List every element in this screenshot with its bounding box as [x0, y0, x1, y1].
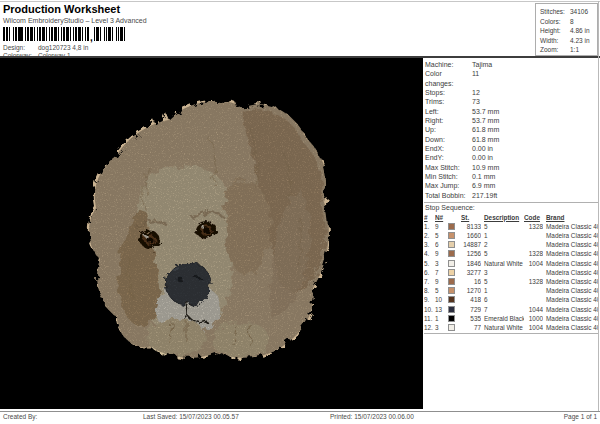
stop-cell-desc: Natural White — [481, 259, 524, 268]
stop-cell-st: 1846 — [461, 259, 481, 268]
stop-sequence-row: 8.512701Madeira Classic 40 — [424, 286, 598, 295]
thread-color-swatch — [448, 241, 455, 248]
machine-label: Max Jump: — [425, 181, 472, 190]
stop-cell-n: 10 — [435, 295, 448, 304]
stop-cell-code: 1328 — [524, 277, 543, 286]
stop-cell-code — [524, 295, 543, 304]
stop-cell-swatch — [448, 259, 461, 268]
stop-cell-swatch — [448, 286, 461, 295]
stop-cell-code: 1328 — [524, 249, 543, 258]
stop-cell-swatch — [448, 240, 461, 249]
machine-row: Stops:12 — [425, 88, 598, 97]
stop-cell-st: 14887 — [461, 240, 481, 249]
stop-sequence-table: # N# St. Description Code Brand 1.981335… — [424, 213, 598, 333]
stop-sequence-row: 5.31846Natural White1004Madeira Classic … — [424, 259, 598, 268]
stop-cell-desc: 5 — [481, 222, 524, 231]
stop-cell-n: 1 — [435, 314, 448, 323]
machine-row: Total Bobbin:217.19ft — [425, 191, 598, 200]
stop-cell-n: 3 — [435, 259, 448, 268]
stat-row: Zoom:1:1 — [540, 45, 597, 55]
stat-value: 4.86 in — [570, 26, 590, 36]
machine-label: EndY: — [425, 153, 472, 162]
stop-cell-n: 5 — [435, 286, 448, 295]
stop-sequence-row: 7.91651328Madeira Classic 40 — [424, 277, 598, 286]
design-label: Design: — [3, 44, 38, 51]
thread-color-swatch — [448, 250, 455, 257]
machine-label: Color changes: — [425, 69, 472, 88]
machine-row: Max Jump:6.9 mm — [425, 181, 598, 190]
stop-cell-st: 3277 — [461, 268, 481, 277]
stop-cell-brand: Madeira Classic 40 — [543, 222, 598, 231]
stop-sequence-row: 11.1535Emerald Black1000Madeira Classic … — [424, 314, 598, 323]
stop-sequence-row: 3.6148872Madeira Classic 40 — [424, 240, 598, 249]
thread-color-swatch — [448, 269, 455, 276]
machine-row: EndY:0.00 in — [425, 153, 598, 162]
footer-page-number: Page 1 of 1 — [564, 413, 597, 420]
dog-embroidery-artwork — [0, 58, 423, 409]
stop-cell-code: 1004 — [524, 323, 543, 332]
machine-value: 11 — [472, 69, 479, 88]
machine-label: Total Bobbin: — [425, 191, 472, 200]
stop-cell-code — [524, 268, 543, 277]
stop-cell-st: 535 — [461, 314, 481, 323]
stat-label: Colors: — [540, 17, 570, 27]
stat-row: Height:4.86 in — [540, 26, 597, 36]
stop-cell-swatch — [448, 277, 461, 286]
page-title: Production Worksheet — [3, 3, 120, 15]
stat-value: 34106 — [570, 7, 588, 17]
stop-cell-code: 1004 — [524, 259, 543, 268]
stop-cell-st: 418 — [461, 295, 481, 304]
machine-value: 0.1 mm — [472, 172, 495, 181]
stop-sequence-row: 4.9125651328Madeira Classic 40 — [424, 249, 598, 258]
col-header-code: Code — [524, 213, 543, 222]
stop-cell-swatch — [448, 314, 461, 323]
stop-cell-desc: 5 — [481, 249, 524, 258]
stat-row: Width:4.23 in — [540, 36, 597, 46]
machine-label: Left: — [425, 107, 472, 116]
page-right-border — [598, 1, 599, 411]
app-subtitle: Wilcom EmbroideryStudio – Level 3 Advanc… — [3, 17, 147, 24]
stop-cell-code — [524, 286, 543, 295]
machine-row: Trims:73 — [425, 97, 598, 106]
machine-row: Max Stitch:10.9 mm — [425, 163, 598, 172]
thread-color-swatch — [448, 296, 455, 303]
stop-cell-n: 6 — [435, 240, 448, 249]
design-barcode: , — [3, 27, 126, 41]
stop-sequence-row: 10.1372971044Madeira Classic 40 — [424, 305, 598, 314]
stop-sequence-header-row: # N# St. Description Code Brand — [424, 213, 598, 222]
stop-cell-desc: Natural White — [481, 323, 524, 332]
stop-cell-desc: Emerald Black — [481, 314, 524, 323]
stop-cell-code — [524, 240, 543, 249]
stop-cell-n: 3 — [435, 323, 448, 332]
stop-cell-swatch — [448, 231, 461, 240]
machine-value: Tajima — [472, 60, 492, 69]
machine-label: Stops: — [425, 88, 472, 97]
stop-cell-st: 8133 — [461, 222, 481, 231]
stop-cell-desc: 5 — [481, 277, 524, 286]
stop-cell-n: 7 — [435, 268, 448, 277]
stop-cell-num: 8. — [424, 286, 435, 295]
thread-color-swatch — [448, 315, 455, 322]
thread-color-swatch — [448, 287, 455, 294]
stop-cell-st: 1256 — [461, 249, 481, 258]
stop-cell-brand: Madeira Classic 40 — [543, 240, 598, 249]
footer-printed: Printed: 15/07/2023 00.06.00 — [330, 413, 414, 420]
stop-cell-st: 16 — [461, 277, 481, 286]
thread-color-swatch — [448, 223, 455, 230]
stop-cell-code — [524, 231, 543, 240]
top-rule — [0, 1, 600, 2]
col-header-num: # — [424, 213, 435, 222]
stop-cell-code: 1328 — [524, 222, 543, 231]
stop-cell-num: 1. — [424, 222, 435, 231]
stop-cell-st: 1270 — [461, 286, 481, 295]
stop-cell-brand: Madeira Classic 40 — [543, 268, 598, 277]
stat-row: Stitches:34106 — [540, 7, 597, 17]
thread-color-swatch — [448, 324, 455, 331]
footer-last-saved: Last Saved: 15/07/2023 00.05.57 — [143, 413, 239, 420]
stop-sequence-label: Stop Sequence: — [424, 203, 598, 212]
barcode-segment-2 — [94, 27, 126, 41]
stop-cell-num: 6. — [424, 268, 435, 277]
machine-row: Machine:Tajima — [425, 60, 598, 69]
stop-sequence-row: 1.9813351328Madeira Classic 40 — [424, 222, 598, 231]
machine-value: 6.9 mm — [472, 181, 495, 190]
